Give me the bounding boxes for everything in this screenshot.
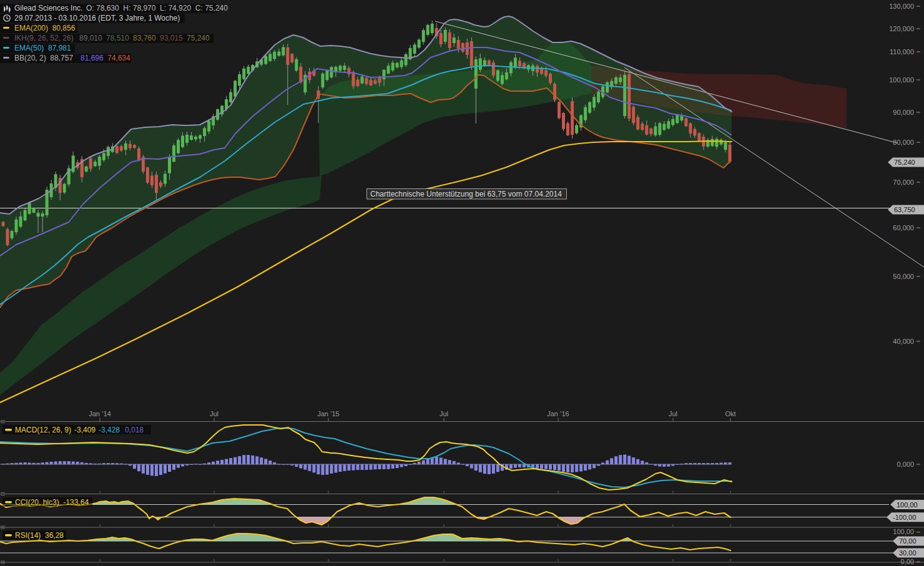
svg-text:Gilead Sciences Inc.: Gilead Sciences Inc. (14, 4, 82, 12)
svg-text:IKH(9, 26, 52, 26): IKH(9, 26, 52, 26) (14, 34, 74, 42)
svg-text:90,000: 90,000 (893, 109, 914, 116)
svg-text:100,000: 100,000 (889, 76, 914, 84)
svg-text:0,000: 0,000 (897, 461, 914, 468)
svg-text:78,510: 78,510 (106, 34, 129, 42)
svg-text:Jan ’16: Jan ’16 (547, 410, 569, 417)
svg-text:EMA(200) 80,856: EMA(200) 80,856 (14, 24, 76, 32)
svg-text:Jul: Jul (669, 410, 677, 417)
svg-text:Jan ’14: Jan ’14 (89, 410, 111, 417)
svg-text:70,00: 70,00 (899, 537, 917, 545)
svg-text:74,634: 74,634 (107, 54, 130, 62)
svg-text:81,696: 81,696 (81, 54, 104, 62)
svg-text:Jul: Jul (210, 410, 219, 417)
svg-text:110,000: 110,000 (890, 48, 914, 56)
svg-text:89,010: 89,010 (79, 34, 102, 42)
svg-text:CCI(20, hlc3) -133,64: CCI(20, hlc3) -133,64 (15, 498, 89, 507)
svg-text:63,750: 63,750 (894, 206, 915, 213)
svg-text:29.07.2013 - 03.10.2016 (EDT,: 29.07.2013 - 03.10.2016 (EDT, 3 Jahre, 1… (14, 14, 180, 22)
svg-text:75,240: 75,240 (187, 34, 210, 42)
svg-text:Jul: Jul (440, 410, 448, 417)
svg-text:0,018: 0,018 (125, 426, 144, 434)
svg-text:0,00: 0,00 (901, 558, 914, 565)
svg-text:BB(20, 2) 88,757: BB(20, 2) 88,757 (14, 54, 73, 62)
svg-text:Okt: Okt (725, 410, 735, 417)
svg-text:30,00: 30,00 (899, 549, 917, 557)
svg-text:130,000: 130,000 (889, 2, 914, 10)
svg-text:O: 78,630 H: 78,970 L: 74,92: O: 78,630 H: 78,970 L: 74,920 C: 75,240 (86, 4, 228, 12)
svg-text:100,00: 100,00 (897, 501, 918, 509)
svg-text:Jan ’15: Jan ’15 (317, 410, 339, 417)
svg-text:-100,00: -100,00 (893, 514, 916, 521)
svg-text:Charttechnische Unterstützung: Charttechnische Unterstützung bei 63,75 … (370, 190, 562, 198)
svg-text:80,000: 80,000 (893, 139, 914, 146)
svg-text:MACD(12, 26, 9): MACD(12, 26, 9) (15, 426, 71, 434)
svg-text:40,000: 40,000 (893, 338, 914, 345)
svg-text:120,000: 120,000 (889, 25, 914, 32)
svg-text:75,240: 75,240 (894, 159, 915, 166)
svg-text:-3,428: -3,428 (99, 426, 120, 434)
svg-text:RSI(14) 36,28: RSI(14) 36,28 (15, 531, 64, 540)
svg-text:50,000: 50,000 (893, 273, 914, 280)
svg-text:EMA(50) 87,981: EMA(50) 87,981 (14, 44, 71, 52)
svg-text:83,760: 83,760 (133, 34, 156, 42)
svg-text:60,000: 60,000 (893, 224, 914, 232)
svg-text:-3,409: -3,409 (74, 426, 96, 434)
svg-text:93,015: 93,015 (160, 34, 183, 42)
svg-text:100,00: 100,00 (893, 528, 914, 535)
svg-text:70,000: 70,000 (893, 178, 914, 186)
